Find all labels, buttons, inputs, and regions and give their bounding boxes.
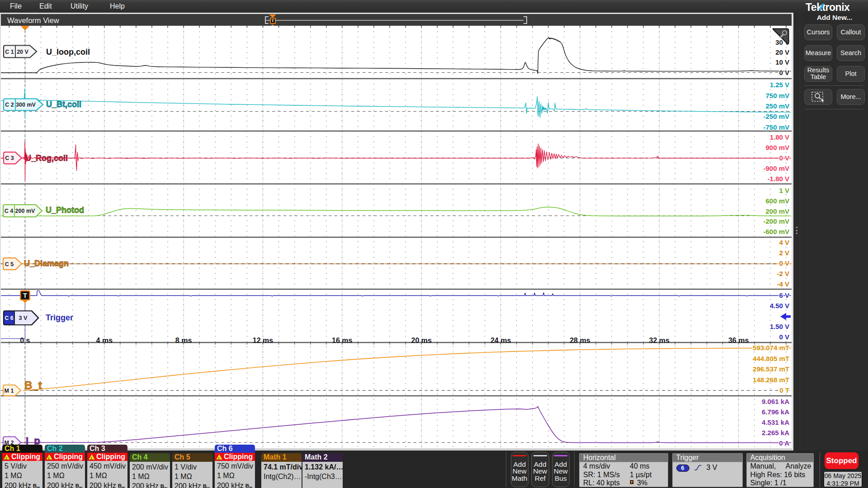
svg-text:C 6: C 6 — [5, 315, 14, 321]
svg-text:24 ms: 24 ms — [491, 337, 511, 344]
svg-text:U_Bt,coil: U_Bt,coil — [46, 100, 81, 109]
svg-text:250 mV: 250 mV — [765, 102, 789, 110]
svg-text:4.531 kA: 4.531 kA — [762, 418, 789, 426]
svg-text:2 V: 2 V — [779, 249, 789, 257]
svg-text:200 mV: 200 mV — [765, 207, 789, 215]
svg-text:C 3: C 3 — [5, 155, 14, 161]
svg-text:U_Rog,coil: U_Rog,coil — [25, 154, 68, 163]
svg-text:600 mV: 600 mV — [765, 197, 789, 205]
svg-text:900 mV: 900 mV — [765, 144, 789, 151]
svg-text:9.061 kA: 9.061 kA — [762, 398, 789, 405]
svg-text:148.268 mT: 148.268 mT — [753, 376, 789, 384]
svg-text:-600 mV: -600 mV — [763, 228, 789, 235]
svg-text:B_t: B_t — [24, 379, 42, 391]
svg-text:4 ms: 4 ms — [96, 337, 113, 344]
svg-text:U_Diamagn: U_Diamagn — [24, 259, 69, 268]
svg-text:M 1: M 1 — [5, 388, 14, 394]
svg-text:4 V: 4 V — [779, 239, 789, 246]
svg-text:0 s: 0 s — [20, 337, 30, 344]
svg-text:U_loop,coil: U_loop,coil — [46, 47, 90, 56]
svg-text:C 5: C 5 — [5, 261, 14, 267]
svg-text:20 V: 20 V — [775, 48, 789, 56]
svg-text:32 ms: 32 ms — [649, 337, 670, 344]
svg-text:-750 mV: -750 mV — [763, 123, 789, 131]
svg-text:12 ms: 12 ms — [253, 337, 273, 344]
svg-text:4.50 V: 4.50 V — [770, 302, 789, 310]
svg-text:C 1: C 1 — [5, 49, 14, 55]
svg-text:T: T — [23, 292, 27, 299]
svg-text:8 ms: 8 ms — [175, 337, 192, 344]
svg-text:300 mV: 300 mV — [16, 102, 36, 108]
svg-text:593.074 mT: 593.074 mT — [753, 344, 789, 352]
svg-text:-200 mV: -200 mV — [763, 217, 789, 225]
svg-text:1.25 V: 1.25 V — [770, 81, 789, 89]
svg-text:0 V: 0 V — [779, 333, 789, 341]
svg-text:1 V: 1 V — [779, 187, 789, 194]
svg-text:C 4: C 4 — [5, 208, 14, 214]
svg-text:0 V: 0 V — [779, 259, 789, 267]
svg-text:-250 mV: -250 mV — [763, 113, 789, 120]
svg-text:200 mV: 200 mV — [15, 208, 35, 214]
svg-text:36 ms: 36 ms — [728, 337, 749, 344]
svg-text:1.50 V: 1.50 V — [770, 323, 789, 330]
svg-text:20 V: 20 V — [17, 49, 28, 55]
svg-text:6 V: 6 V — [779, 291, 789, 299]
svg-text:6.796 kA: 6.796 kA — [762, 408, 789, 416]
svg-text:0 V: 0 V — [779, 69, 789, 76]
svg-text:U_Photod: U_Photod — [46, 206, 84, 215]
svg-text:10 V: 10 V — [775, 58, 789, 66]
svg-text:2.265 kA: 2.265 kA — [762, 429, 789, 436]
svg-text:296.537 mT: 296.537 mT — [753, 365, 789, 373]
svg-text:-2 V: -2 V — [777, 270, 789, 277]
svg-text:1.80 V: 1.80 V — [770, 133, 789, 141]
svg-text:Trigger: Trigger — [46, 313, 73, 322]
svg-text:28 ms: 28 ms — [570, 337, 590, 344]
svg-text:750 mV: 750 mV — [765, 92, 789, 99]
svg-text:C 2: C 2 — [5, 102, 14, 108]
svg-text:0 V: 0 V — [779, 154, 789, 162]
svg-text:0 T: 0 T — [779, 386, 789, 394]
svg-text:444.805 mT: 444.805 mT — [753, 355, 789, 362]
svg-text:-900 mV: -900 mV — [763, 164, 789, 172]
svg-text:16 ms: 16 ms — [332, 337, 352, 344]
svg-text:0 A: 0 A — [779, 439, 789, 447]
svg-text:-4 V: -4 V — [777, 280, 789, 288]
svg-text:-1.80 V: -1.80 V — [768, 175, 789, 183]
svg-text:3 V: 3 V — [19, 315, 28, 321]
svg-text:20 ms: 20 ms — [411, 337, 432, 344]
